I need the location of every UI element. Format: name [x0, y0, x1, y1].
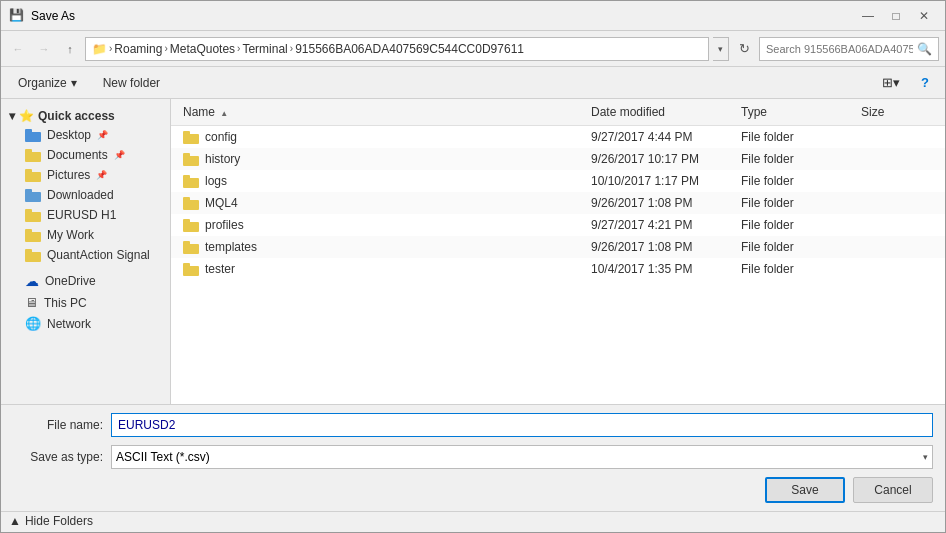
file-name-cell: templates: [179, 239, 587, 255]
row-type: File folder: [737, 261, 857, 277]
table-row[interactable]: config 9/27/2017 4:44 PM File folder: [171, 126, 945, 148]
table-row[interactable]: MQL4 9/26/2017 1:08 PM File folder: [171, 192, 945, 214]
organize-button[interactable]: Organize ▾: [9, 71, 86, 95]
sidebar-item-quantaction-label: QuantAction Signal: [47, 248, 150, 262]
col-date[interactable]: Date modified: [587, 103, 737, 121]
row-name: templates: [205, 240, 257, 254]
row-type: File folder: [737, 173, 857, 189]
sidebar-item-pictures[interactable]: Pictures 📌: [1, 165, 170, 185]
col-size[interactable]: Size: [857, 103, 937, 121]
path-icon: 📁: [92, 42, 107, 56]
file-name-cell: logs: [179, 173, 587, 189]
table-row[interactable]: tester 10/4/2017 1:35 PM File folder: [171, 258, 945, 280]
row-folder-icon: [183, 175, 199, 188]
file-name-cell: config: [179, 129, 587, 145]
row-size: [857, 246, 937, 248]
sidebar-item-mywork[interactable]: My Work: [1, 225, 170, 245]
table-row[interactable]: profiles 9/27/2017 4:21 PM File folder: [171, 214, 945, 236]
quantaction-folder-icon: [25, 249, 41, 262]
file-name-input[interactable]: [111, 413, 933, 437]
save-button[interactable]: Save: [765, 477, 845, 503]
sidebar-item-desktop[interactable]: Desktop 📌: [1, 125, 170, 145]
file-name-cell: MQL4: [179, 195, 587, 211]
pictures-folder-icon: [25, 169, 41, 182]
row-name: tester: [205, 262, 235, 276]
row-size: [857, 224, 937, 226]
sidebar: ▾ ⭐ Quick access Desktop 📌 Documents 📌 P…: [1, 99, 171, 404]
table-row[interactable]: templates 9/26/2017 1:08 PM File folder: [171, 236, 945, 258]
file-list-header: Name ▲ Date modified Type Size: [171, 99, 945, 126]
row-type: File folder: [737, 195, 857, 211]
new-folder-button[interactable]: New folder: [94, 71, 169, 95]
row-type: File folder: [737, 151, 857, 167]
file-name-cell: history: [179, 151, 587, 167]
sidebar-item-documents[interactable]: Documents 📌: [1, 145, 170, 165]
sidebar-item-network[interactable]: 🌐 Network: [1, 313, 170, 334]
pin-icon: 📌: [97, 130, 108, 140]
back-button[interactable]: ←: [7, 38, 29, 60]
row-name: MQL4: [205, 196, 238, 210]
up-button[interactable]: ↑: [59, 38, 81, 60]
forward-button[interactable]: →: [33, 38, 55, 60]
sidebar-item-network-label: Network: [47, 317, 91, 331]
downloaded-folder-icon: [25, 189, 41, 202]
sidebar-item-eurusd-label: EURUSD H1: [47, 208, 116, 222]
save-as-dialog: 💾 Save As — □ ✕ ← → ↑ 📁 › Roaming › Meta…: [0, 0, 946, 533]
search-icon: 🔍: [917, 42, 932, 56]
desktop-folder-icon: [25, 129, 41, 142]
view-chevron-icon: ▾: [893, 75, 900, 90]
search-box[interactable]: 🔍: [759, 37, 939, 61]
quick-access-label: ⭐: [19, 109, 34, 123]
help-button[interactable]: ?: [913, 71, 937, 95]
row-size: [857, 158, 937, 160]
sort-arrow-icon: ▲: [220, 109, 228, 118]
hide-folders-row: ▲ Hide Folders: [1, 511, 945, 532]
row-name: config: [205, 130, 237, 144]
hide-folders-button[interactable]: ▲ Hide Folders: [9, 514, 93, 528]
hide-folders-label: Hide Folders: [25, 514, 93, 528]
sidebar-item-downloaded-label: Downloaded: [47, 188, 114, 202]
file-type-row: Save as type: ASCII Text (*.csv) ▾: [1, 441, 945, 477]
sidebar-item-thispc-label: This PC: [44, 296, 87, 310]
sidebar-item-eurusd[interactable]: EURUSD H1: [1, 205, 170, 225]
thispc-icon: 🖥: [25, 295, 38, 310]
network-icon: 🌐: [25, 316, 41, 331]
maximize-button[interactable]: □: [883, 6, 909, 26]
sidebar-item-documents-label: Documents: [47, 148, 108, 162]
table-row[interactable]: history 9/26/2017 10:17 PM File folder: [171, 148, 945, 170]
col-name[interactable]: Name ▲: [179, 103, 587, 121]
organize-chevron-icon: ▾: [71, 76, 77, 90]
view-button[interactable]: ⊞ ▾: [877, 71, 905, 95]
address-path[interactable]: 📁 › Roaming › MetaQuotes › Terminal › 91…: [85, 37, 709, 61]
button-row: Save Cancel: [1, 477, 945, 511]
row-folder-icon: [183, 241, 199, 254]
sidebar-item-downloaded[interactable]: Downloaded: [1, 185, 170, 205]
file-type-select[interactable]: ASCII Text (*.csv) ▾: [111, 445, 933, 469]
minimize-button[interactable]: —: [855, 6, 881, 26]
search-input[interactable]: [766, 43, 913, 55]
mywork-folder-icon: [25, 229, 41, 242]
row-size: [857, 268, 937, 270]
row-type: File folder: [737, 129, 857, 145]
file-name-row: File name:: [1, 405, 945, 441]
sidebar-item-quantaction[interactable]: QuantAction Signal: [1, 245, 170, 265]
path-roaming: Roaming: [114, 42, 162, 56]
table-row[interactable]: logs 10/10/2017 1:17 PM File folder: [171, 170, 945, 192]
file-type-value: ASCII Text (*.csv): [116, 450, 210, 464]
quick-access-header[interactable]: ▾ ⭐ Quick access: [1, 103, 170, 125]
cancel-button[interactable]: Cancel: [853, 477, 933, 503]
col-type[interactable]: Type: [737, 103, 857, 121]
row-type: File folder: [737, 239, 857, 255]
row-date: 9/26/2017 1:08 PM: [587, 239, 737, 255]
row-folder-icon: [183, 263, 199, 276]
sidebar-item-thispc[interactable]: 🖥 This PC: [1, 292, 170, 313]
address-dropdown-btn[interactable]: ▾: [713, 37, 729, 61]
close-button[interactable]: ✕: [911, 6, 937, 26]
main-content: ▾ ⭐ Quick access Desktop 📌 Documents 📌 P…: [1, 99, 945, 404]
sidebar-item-onedrive[interactable]: ☁ OneDrive: [1, 265, 170, 292]
pin-icon-docs: 📌: [114, 150, 125, 160]
row-folder-icon: [183, 131, 199, 144]
path-id: 915566BA06ADA407569C544CC0D97611: [295, 42, 524, 56]
row-type: File folder: [737, 217, 857, 233]
refresh-button[interactable]: ↻: [733, 38, 755, 60]
